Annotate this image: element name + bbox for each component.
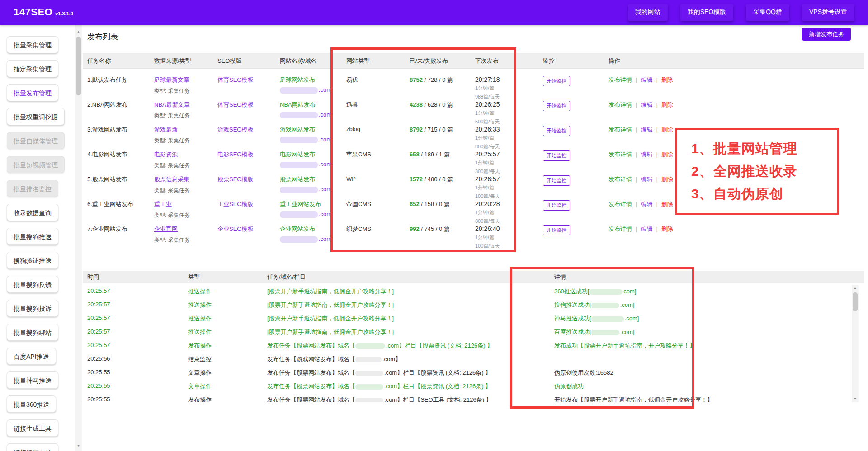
source-type: 类型: 采集任务 xyxy=(154,211,217,219)
sidebar-item[interactable]: 搜狗验证推送 xyxy=(7,252,58,269)
log-detail: 搜狗推送成功[.com] xyxy=(554,301,850,310)
sidebar-item[interactable]: 批量搜狗反馈 xyxy=(7,276,58,293)
start-monitor-button[interactable]: 开始监控 xyxy=(543,225,570,235)
next-publish-cell: 20:26:401分钟/篇100篇/每天 xyxy=(475,225,543,249)
log-time: 20:25:57 xyxy=(87,328,188,338)
column-header: 操作 xyxy=(609,57,864,65)
action-publish-details[interactable]: 发布详情 xyxy=(609,201,632,207)
sidebar-item[interactable]: 批量采集管理 xyxy=(7,36,58,53)
start-monitor-button[interactable]: 开始监控 xyxy=(543,101,570,111)
sidebar-scrollbar[interactable]: ▲ ▼ xyxy=(75,25,82,451)
source-link[interactable]: NBA最新文章 xyxy=(154,101,217,109)
sidebar-item[interactable]: 链接抓取工具 xyxy=(7,443,58,451)
source-link[interactable]: 股票信息采集 xyxy=(154,175,217,183)
scroll-down-icon[interactable]: ▼ xyxy=(852,395,859,402)
seo-template-link[interactable]: 电影SEO模板 xyxy=(217,150,280,159)
publish-counts: 1572 / 480 / 0 篇 xyxy=(410,175,475,183)
publish-rate: 1分钟/篇 xyxy=(475,209,543,216)
published-count: 8792 xyxy=(410,126,423,133)
sidebar-item[interactable]: 批量神马推送 xyxy=(7,371,58,389)
sidebar-item[interactable]: 链接生成工具 xyxy=(7,419,58,437)
scroll-up-icon[interactable]: ▲ xyxy=(75,28,82,35)
start-monitor-button[interactable]: 开始监控 xyxy=(543,200,570,211)
domain-suffix: .com xyxy=(319,136,331,143)
action-publish-details[interactable]: 发布详情 xyxy=(609,101,632,108)
action-publish-details[interactable]: 发布详情 xyxy=(609,151,632,158)
task-name: 7.企业网站发布 xyxy=(87,225,154,233)
sidebar-item[interactable]: 收录数据查询 xyxy=(7,204,58,221)
source-link[interactable]: 游戏最新 xyxy=(154,126,217,134)
log-scrollbar-thumb[interactable] xyxy=(853,292,858,311)
source-cell: 电影资源类型: 采集任务 xyxy=(154,150,217,169)
action-publish-details[interactable]: 发布详情 xyxy=(609,176,632,183)
brand-name: 147SEO xyxy=(14,6,52,18)
monitor-cell: 开始监控 xyxy=(543,225,609,235)
source-link[interactable]: 企业官网 xyxy=(154,225,217,233)
action-delete[interactable]: 删除 xyxy=(661,151,673,158)
start-monitor-button[interactable]: 开始监控 xyxy=(543,150,570,161)
log-scrollbar[interactable]: ▲ ▼ xyxy=(852,285,859,402)
publish-table: 1.默认发布任务足球最新文章类型: 采集任务体育SEO模板足球网站发布.com易… xyxy=(83,69,864,243)
action-edit[interactable]: 编辑 xyxy=(641,101,652,108)
action-edit[interactable]: 编辑 xyxy=(641,126,652,133)
nav-item-我的SEO模版[interactable]: 我的SEO模版 xyxy=(680,4,734,21)
publish-counts: 8752 / 728 / 0 篇 xyxy=(410,76,475,84)
redacted-text xyxy=(589,289,623,295)
action-edit[interactable]: 编辑 xyxy=(641,176,652,183)
action-delete[interactable]: 删除 xyxy=(661,226,673,232)
action-publish-details[interactable]: 发布详情 xyxy=(609,126,632,133)
action-delete[interactable]: 删除 xyxy=(661,76,673,83)
sidebar-item[interactable]: 批量搜狗投诉 xyxy=(7,300,58,317)
source-link[interactable]: 电影资源 xyxy=(154,150,217,159)
log-detail: 发布成功【股票开户新手避坑指南，开户攻略分享！】 xyxy=(554,342,850,351)
sidebar-item[interactable]: 批量权重词挖掘 xyxy=(7,108,65,125)
nav-item-VPS拨号设置[interactable]: VPS拨号设置 xyxy=(802,4,854,21)
action-delete[interactable]: 删除 xyxy=(661,176,673,183)
action-edit[interactable]: 编辑 xyxy=(641,226,652,232)
source-link[interactable]: 重工业 xyxy=(154,200,217,208)
sidebar-scrollbar-thumb[interactable] xyxy=(76,37,81,95)
log-text: .com】栏目【股票资讯 (文档: 2126条) 】 xyxy=(384,369,491,376)
nav-item-我的网站[interactable]: 我的网站 xyxy=(628,4,668,21)
sidebar-item[interactable]: 批量发布管理 xyxy=(7,84,58,101)
sidebar-item: 批量自媒体管理 xyxy=(7,132,65,149)
next-publish-time: 20:26:57 xyxy=(475,175,543,183)
action-edit[interactable]: 编辑 xyxy=(641,76,652,83)
action-delete[interactable]: 删除 xyxy=(661,201,673,207)
domain-suffix: .com xyxy=(319,161,331,168)
source-link[interactable]: 足球最新文章 xyxy=(154,76,217,84)
log-task: 发布任务【股票网站发布】域名【.com】栏目【股票资讯 (文档: 2126条) … xyxy=(267,342,554,351)
seo-template-link[interactable]: 企业SEO模板 xyxy=(217,225,280,233)
action-publish-details[interactable]: 发布详情 xyxy=(609,76,632,83)
action-delete[interactable]: 删除 xyxy=(661,126,673,133)
action-edit[interactable]: 编辑 xyxy=(641,201,652,207)
seo-template-link[interactable]: 游戏SEO模板 xyxy=(217,126,280,134)
scroll-up-icon[interactable]: ▲ xyxy=(852,285,859,291)
log-type: 推送操作 xyxy=(188,301,267,310)
start-monitor-button[interactable]: 开始监控 xyxy=(543,76,570,86)
redacted-text xyxy=(591,316,624,322)
cms-type: zblog xyxy=(346,126,410,132)
action-delete[interactable]: 删除 xyxy=(661,101,673,108)
sidebar-item[interactable]: 批量搜狗推送 xyxy=(7,228,58,245)
start-monitor-button[interactable]: 开始监控 xyxy=(543,126,570,136)
scroll-down-icon[interactable]: ▼ xyxy=(75,442,82,449)
add-publish-task-button[interactable]: 新增发布任务 xyxy=(802,28,851,41)
seo-template-link[interactable]: 体育SEO模板 xyxy=(217,101,280,109)
nav-item-采集QQ群[interactable]: 采集QQ群 xyxy=(746,4,789,21)
seo-template-link[interactable]: 股票SEO模版 xyxy=(217,175,280,183)
publish-counts: 658 / 189 / 1 篇 xyxy=(410,150,475,159)
action-edit[interactable]: 编辑 xyxy=(641,151,652,158)
action-publish-details[interactable]: 发布详情 xyxy=(609,226,632,232)
sidebar-item[interactable]: 百度API推送 xyxy=(7,348,56,365)
top-bar: 147SEO v1.3.1.0 我的网站我的SEO模版采集QQ群VPS拨号设置 xyxy=(0,0,868,25)
seo-template-link[interactable]: 工业SEO模版 xyxy=(217,200,280,208)
sidebar-item[interactable]: 批量搜狗绑站 xyxy=(7,324,58,341)
separator: | xyxy=(656,151,657,158)
sidebar-item[interactable]: 批量360推送 xyxy=(7,395,56,413)
sidebar-item[interactable]: 指定采集管理 xyxy=(7,60,58,77)
log-text: 发布任务【股票网站发布】域名【 xyxy=(267,342,355,349)
start-monitor-button[interactable]: 开始监控 xyxy=(543,175,570,186)
publish-rate: 1分钟/篇 xyxy=(475,160,543,166)
seo-template-link[interactable]: 体育SEO模板 xyxy=(217,76,280,84)
